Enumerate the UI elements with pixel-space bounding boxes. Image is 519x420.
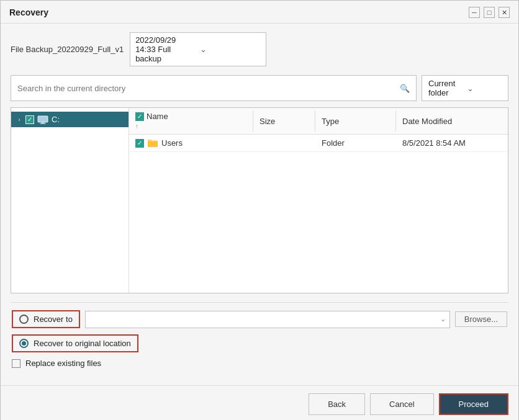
recover-path-input-container: ⌄ [85,311,450,328]
folder-icon [148,139,158,147]
recover-section: Recover to ⌄ Browse... Recover to origin… [11,310,508,368]
replace-checkbox[interactable] [12,359,20,368]
drive-icon [37,115,48,124]
restore-button[interactable]: □ [484,7,495,18]
backup-version-dropdown[interactable]: 2022/09/29 14:33 Full backup ⌄ [130,32,266,66]
recover-to-label: Recover to [34,315,73,324]
recover-original-label: Recover to original location [34,339,131,348]
search-input[interactable] [17,84,396,93]
file-size-cell [253,135,315,152]
proceed-button[interactable]: Proceed [439,393,508,415]
file-table: ✓ Name Size Type [129,108,508,152]
recover-path-input[interactable] [89,315,440,324]
drive-label: C: [52,115,60,124]
recover-original-radio[interactable] [19,339,29,348]
header-checkbox[interactable]: ✓ [135,112,144,121]
search-row: 🔍 Current folder ⌄ [11,75,508,101]
browse-button[interactable]: Browse... [455,311,507,327]
table-row[interactable]: ✓ Users Folder [129,135,508,152]
title-bar: Recovery ─ □ ✕ [1,1,518,24]
chevron-right-icon: › [16,117,22,123]
file-panel: ✓ Name Size Type [129,108,508,293]
file-name: Users [161,138,183,148]
file-browser: › ✓ C: [11,107,508,293]
recover-to-container: Recover to [12,310,80,328]
file-type-cell: Folder [315,135,396,152]
back-button[interactable]: Back [309,393,365,415]
svg-rect-1 [41,122,45,123]
minimize-button[interactable]: ─ [469,7,480,18]
recover-to-radio[interactable] [19,315,29,324]
backup-row: File Backup_20220929_Full_v1 2022/09/29 … [11,32,508,66]
radio-dot [22,341,26,346]
recover-original-row-container: Recover to original location [12,334,507,352]
svg-rect-0 [38,116,48,122]
folder-scope-dropdown[interactable]: Current folder ⌄ [422,75,508,101]
file-name-cell: ✓ Users [129,135,253,152]
section-divider [11,302,508,303]
tree-item-c-drive[interactable]: › ✓ C: [11,112,129,127]
recover-to-full-row: Recover to ⌄ Browse... [12,310,507,328]
window-title: Recovery [9,7,48,17]
cancel-button[interactable]: Cancel [370,393,433,415]
main-content: File Backup_20220929_Full_v1 2022/09/29 … [1,24,518,385]
footer: Back Cancel Proceed [1,385,518,420]
search-icon: 🔍 [400,84,410,93]
col-header-type: Type [315,108,396,135]
tree-panel: › ✓ C: [11,108,129,293]
drive-checkbox[interactable]: ✓ [25,115,34,124]
replace-label: Replace existing files [25,359,101,368]
window-controls: ─ □ ✕ [469,7,510,18]
replace-row: Replace existing files [12,359,507,368]
backup-file-label: File Backup_20220929_Full_v1 [11,45,124,54]
svg-rect-2 [40,123,46,124]
folder-scope-label: Current folder [428,79,463,97]
recover-path-dropdown-icon: ⌄ [440,315,446,323]
close-button[interactable]: ✕ [499,7,510,18]
search-box: 🔍 [11,75,417,101]
recover-original-container: Recover to original location [12,334,138,352]
backup-version-text: 2022/09/29 14:33 Full backup [135,35,196,63]
recovery-window: Recovery ─ □ ✕ File Backup_20220929_Full… [0,0,519,420]
row-checkbox[interactable]: ✓ [135,139,144,148]
folder-scope-arrow-icon: ⌄ [467,84,502,93]
col-header-name[interactable]: ✓ Name [129,108,253,135]
col-header-date: Date Modified [396,108,508,135]
col-header-size: Size [253,108,315,135]
file-date-cell: 8/5/2021 8:54 AM [396,135,508,152]
backup-version-arrow-icon: ⌄ [200,45,261,54]
